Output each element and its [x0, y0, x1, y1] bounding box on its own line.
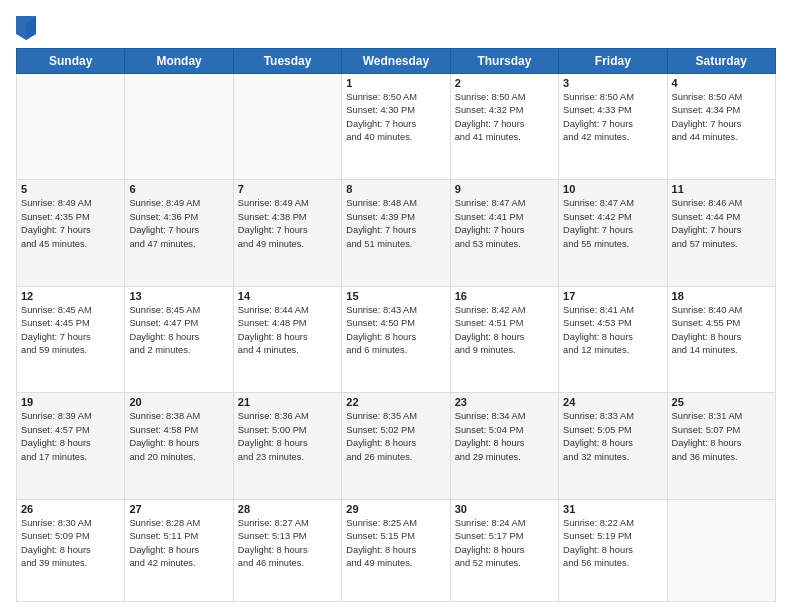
- calendar-day-cell: 1Sunrise: 8:50 AM Sunset: 4:30 PM Daylig…: [342, 74, 450, 180]
- calendar-day-cell: 28Sunrise: 8:27 AM Sunset: 5:13 PM Dayli…: [233, 499, 341, 601]
- day-number: 8: [346, 183, 445, 195]
- day-info: Sunrise: 8:30 AM Sunset: 5:09 PM Dayligh…: [21, 517, 120, 571]
- day-number: 20: [129, 396, 228, 408]
- calendar-day-cell: 20Sunrise: 8:38 AM Sunset: 4:58 PM Dayli…: [125, 393, 233, 499]
- calendar-week-row: 12Sunrise: 8:45 AM Sunset: 4:45 PM Dayli…: [17, 286, 776, 392]
- day-info: Sunrise: 8:25 AM Sunset: 5:15 PM Dayligh…: [346, 517, 445, 571]
- day-number: 6: [129, 183, 228, 195]
- day-info: Sunrise: 8:50 AM Sunset: 4:32 PM Dayligh…: [455, 91, 554, 145]
- day-info: Sunrise: 8:38 AM Sunset: 4:58 PM Dayligh…: [129, 410, 228, 464]
- day-info: Sunrise: 8:34 AM Sunset: 5:04 PM Dayligh…: [455, 410, 554, 464]
- calendar-day-cell: 11Sunrise: 8:46 AM Sunset: 4:44 PM Dayli…: [667, 180, 775, 286]
- day-number: 11: [672, 183, 771, 195]
- calendar-day-cell: 6Sunrise: 8:49 AM Sunset: 4:36 PM Daylig…: [125, 180, 233, 286]
- day-number: 10: [563, 183, 662, 195]
- logo: [16, 16, 38, 40]
- header: [16, 16, 776, 40]
- calendar-day-cell: 15Sunrise: 8:43 AM Sunset: 4:50 PM Dayli…: [342, 286, 450, 392]
- calendar-day-cell: 9Sunrise: 8:47 AM Sunset: 4:41 PM Daylig…: [450, 180, 558, 286]
- day-number: 16: [455, 290, 554, 302]
- calendar-day-cell: 4Sunrise: 8:50 AM Sunset: 4:34 PM Daylig…: [667, 74, 775, 180]
- calendar-day-cell: 22Sunrise: 8:35 AM Sunset: 5:02 PM Dayli…: [342, 393, 450, 499]
- day-number: 22: [346, 396, 445, 408]
- day-number: 4: [672, 77, 771, 89]
- day-info: Sunrise: 8:44 AM Sunset: 4:48 PM Dayligh…: [238, 304, 337, 358]
- day-info: Sunrise: 8:47 AM Sunset: 4:42 PM Dayligh…: [563, 197, 662, 251]
- day-info: Sunrise: 8:22 AM Sunset: 5:19 PM Dayligh…: [563, 517, 662, 571]
- calendar-day-cell: 3Sunrise: 8:50 AM Sunset: 4:33 PM Daylig…: [559, 74, 667, 180]
- day-number: 25: [672, 396, 771, 408]
- day-number: 26: [21, 503, 120, 515]
- calendar-day-cell: 23Sunrise: 8:34 AM Sunset: 5:04 PM Dayli…: [450, 393, 558, 499]
- day-info: Sunrise: 8:35 AM Sunset: 5:02 PM Dayligh…: [346, 410, 445, 464]
- day-info: Sunrise: 8:24 AM Sunset: 5:17 PM Dayligh…: [455, 517, 554, 571]
- calendar-day-cell: 26Sunrise: 8:30 AM Sunset: 5:09 PM Dayli…: [17, 499, 125, 601]
- calendar-day-cell: 5Sunrise: 8:49 AM Sunset: 4:35 PM Daylig…: [17, 180, 125, 286]
- day-info: Sunrise: 8:47 AM Sunset: 4:41 PM Dayligh…: [455, 197, 554, 251]
- logo-icon: [16, 16, 36, 40]
- weekday-header-wednesday: Wednesday: [342, 49, 450, 74]
- calendar-day-cell: 2Sunrise: 8:50 AM Sunset: 4:32 PM Daylig…: [450, 74, 558, 180]
- calendar-day-cell: 29Sunrise: 8:25 AM Sunset: 5:15 PM Dayli…: [342, 499, 450, 601]
- calendar-day-cell: [667, 499, 775, 601]
- day-info: Sunrise: 8:43 AM Sunset: 4:50 PM Dayligh…: [346, 304, 445, 358]
- calendar-day-cell: [17, 74, 125, 180]
- calendar-week-row: 5Sunrise: 8:49 AM Sunset: 4:35 PM Daylig…: [17, 180, 776, 286]
- day-number: 5: [21, 183, 120, 195]
- weekday-header-row: SundayMondayTuesdayWednesdayThursdayFrid…: [17, 49, 776, 74]
- day-number: 29: [346, 503, 445, 515]
- day-number: 3: [563, 77, 662, 89]
- calendar-day-cell: 31Sunrise: 8:22 AM Sunset: 5:19 PM Dayli…: [559, 499, 667, 601]
- calendar-day-cell: 12Sunrise: 8:45 AM Sunset: 4:45 PM Dayli…: [17, 286, 125, 392]
- calendar-day-cell: 14Sunrise: 8:44 AM Sunset: 4:48 PM Dayli…: [233, 286, 341, 392]
- day-info: Sunrise: 8:49 AM Sunset: 4:35 PM Dayligh…: [21, 197, 120, 251]
- calendar-day-cell: 13Sunrise: 8:45 AM Sunset: 4:47 PM Dayli…: [125, 286, 233, 392]
- day-info: Sunrise: 8:41 AM Sunset: 4:53 PM Dayligh…: [563, 304, 662, 358]
- calendar-week-row: 26Sunrise: 8:30 AM Sunset: 5:09 PM Dayli…: [17, 499, 776, 601]
- day-info: Sunrise: 8:33 AM Sunset: 5:05 PM Dayligh…: [563, 410, 662, 464]
- weekday-header-saturday: Saturday: [667, 49, 775, 74]
- weekday-header-monday: Monday: [125, 49, 233, 74]
- day-number: 30: [455, 503, 554, 515]
- calendar-day-cell: 8Sunrise: 8:48 AM Sunset: 4:39 PM Daylig…: [342, 180, 450, 286]
- day-number: 31: [563, 503, 662, 515]
- weekday-header-thursday: Thursday: [450, 49, 558, 74]
- day-number: 27: [129, 503, 228, 515]
- day-number: 14: [238, 290, 337, 302]
- calendar-day-cell: 17Sunrise: 8:41 AM Sunset: 4:53 PM Dayli…: [559, 286, 667, 392]
- day-number: 1: [346, 77, 445, 89]
- day-info: Sunrise: 8:49 AM Sunset: 4:36 PM Dayligh…: [129, 197, 228, 251]
- day-number: 28: [238, 503, 337, 515]
- calendar-day-cell: [233, 74, 341, 180]
- day-info: Sunrise: 8:28 AM Sunset: 5:11 PM Dayligh…: [129, 517, 228, 571]
- day-info: Sunrise: 8:46 AM Sunset: 4:44 PM Dayligh…: [672, 197, 771, 251]
- calendar-day-cell: 7Sunrise: 8:49 AM Sunset: 4:38 PM Daylig…: [233, 180, 341, 286]
- day-info: Sunrise: 8:48 AM Sunset: 4:39 PM Dayligh…: [346, 197, 445, 251]
- day-number: 17: [563, 290, 662, 302]
- weekday-header-friday: Friday: [559, 49, 667, 74]
- calendar-day-cell: 25Sunrise: 8:31 AM Sunset: 5:07 PM Dayli…: [667, 393, 775, 499]
- day-info: Sunrise: 8:27 AM Sunset: 5:13 PM Dayligh…: [238, 517, 337, 571]
- day-number: 13: [129, 290, 228, 302]
- page: SundayMondayTuesdayWednesdayThursdayFrid…: [0, 0, 792, 612]
- day-number: 24: [563, 396, 662, 408]
- calendar-day-cell: 21Sunrise: 8:36 AM Sunset: 5:00 PM Dayli…: [233, 393, 341, 499]
- calendar-day-cell: [125, 74, 233, 180]
- day-number: 21: [238, 396, 337, 408]
- calendar-day-cell: 27Sunrise: 8:28 AM Sunset: 5:11 PM Dayli…: [125, 499, 233, 601]
- day-info: Sunrise: 8:31 AM Sunset: 5:07 PM Dayligh…: [672, 410, 771, 464]
- calendar-day-cell: 16Sunrise: 8:42 AM Sunset: 4:51 PM Dayli…: [450, 286, 558, 392]
- calendar-day-cell: 30Sunrise: 8:24 AM Sunset: 5:17 PM Dayli…: [450, 499, 558, 601]
- day-number: 12: [21, 290, 120, 302]
- calendar-week-row: 1Sunrise: 8:50 AM Sunset: 4:30 PM Daylig…: [17, 74, 776, 180]
- day-info: Sunrise: 8:36 AM Sunset: 5:00 PM Dayligh…: [238, 410, 337, 464]
- day-number: 23: [455, 396, 554, 408]
- day-info: Sunrise: 8:42 AM Sunset: 4:51 PM Dayligh…: [455, 304, 554, 358]
- calendar-day-cell: 10Sunrise: 8:47 AM Sunset: 4:42 PM Dayli…: [559, 180, 667, 286]
- day-info: Sunrise: 8:50 AM Sunset: 4:34 PM Dayligh…: [672, 91, 771, 145]
- calendar-table: SundayMondayTuesdayWednesdayThursdayFrid…: [16, 48, 776, 602]
- day-info: Sunrise: 8:50 AM Sunset: 4:30 PM Dayligh…: [346, 91, 445, 145]
- calendar-day-cell: 24Sunrise: 8:33 AM Sunset: 5:05 PM Dayli…: [559, 393, 667, 499]
- day-info: Sunrise: 8:49 AM Sunset: 4:38 PM Dayligh…: [238, 197, 337, 251]
- calendar-day-cell: 19Sunrise: 8:39 AM Sunset: 4:57 PM Dayli…: [17, 393, 125, 499]
